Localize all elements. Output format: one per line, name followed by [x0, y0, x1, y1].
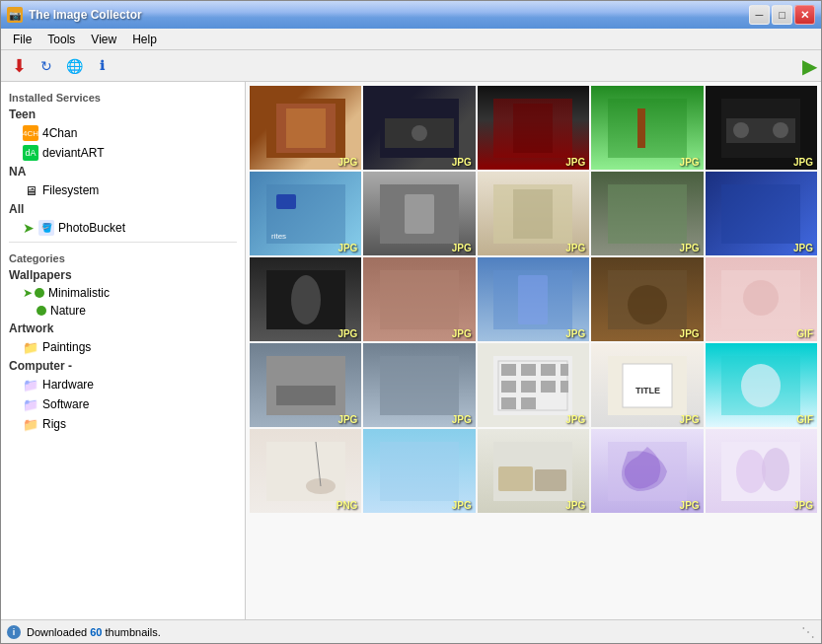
- list-item[interactable]: JPG: [591, 257, 703, 341]
- list-item[interactable]: JPG: [478, 172, 589, 255]
- installed-services-label: Installed Services: [1, 86, 245, 106]
- list-item[interactable]: JPG: [250, 343, 361, 427]
- sidebar-group-artwork: Artwork: [1, 320, 245, 337]
- status-message: Downloaded 60 thumbnails.: [27, 626, 161, 638]
- minimize-button[interactable]: ─: [749, 5, 770, 25]
- list-item[interactable]: JPG: [250, 86, 361, 170]
- list-item[interactable]: PNG: [250, 429, 361, 513]
- info-button[interactable]: ℹ: [89, 54, 114, 78]
- image-grid-container[interactable]: JPG JPG JPG: [246, 82, 821, 619]
- sidebar-group-teen: Teen: [1, 106, 245, 123]
- menu-help[interactable]: Help: [124, 31, 165, 48]
- list-item[interactable]: JPG: [250, 257, 361, 341]
- info-status-icon: i: [7, 625, 21, 639]
- list-item[interactable]: JPG: [591, 429, 703, 513]
- list-item[interactable]: JPG: [363, 429, 475, 513]
- list-item[interactable]: GIF: [706, 343, 817, 427]
- sidebar-group-wallpapers: Wallpapers: [1, 266, 245, 284]
- image-type-badge: JPG: [793, 243, 813, 253]
- maximize-button[interactable]: □: [772, 5, 792, 25]
- svg-point-12: [733, 122, 749, 138]
- list-item[interactable]: JPG: [706, 429, 817, 513]
- sidebar-group-na: NA: [1, 163, 245, 180]
- sidebar-item-paintings[interactable]: 📁 Paintings: [3, 337, 243, 357]
- list-item[interactable]: JPG: [363, 343, 475, 427]
- sidebar-item-minimalistic[interactable]: ➤ Minimalistic: [3, 284, 243, 302]
- list-item[interactable]: JPG: [478, 86, 589, 170]
- svg-rect-20: [513, 189, 553, 239]
- svg-rect-46: [521, 397, 536, 409]
- toolbar: ⬇ ↻ 🌐 ℹ ▶: [1, 50, 821, 82]
- image-type-badge: JPG: [565, 243, 585, 253]
- title-bar-buttons: ─ □ ✕: [749, 5, 815, 25]
- title-bar: 📷 The Image Collector ─ □ ✕: [1, 1, 821, 29]
- sidebar-item-rigs[interactable]: 📁 Rigs: [3, 414, 243, 434]
- svg-rect-25: [380, 270, 459, 329]
- close-button[interactable]: ✕: [794, 5, 815, 25]
- list-item[interactable]: JPG: [478, 343, 589, 427]
- sidebar-item-filesystem[interactable]: 🖥 Filesystem: [3, 180, 243, 200]
- image-type-badge: GIF: [796, 414, 813, 425]
- menu-tools[interactable]: Tools: [39, 31, 83, 48]
- svg-text:rites: rites: [271, 232, 286, 241]
- svg-rect-33: [276, 386, 336, 405]
- list-item[interactable]: JPG: [478, 429, 589, 513]
- svg-point-62: [762, 448, 789, 491]
- list-item[interactable]: JPG: [478, 257, 589, 341]
- window-title: The Image Collector: [29, 8, 749, 22]
- svg-rect-21: [608, 184, 687, 244]
- sidebar-item-label: Minimalistic: [48, 286, 110, 300]
- sidebar-item-label: Paintings: [42, 340, 91, 354]
- sidebar-item-nature[interactable]: Nature: [3, 302, 243, 320]
- resize-handle[interactable]: ⋱: [801, 624, 815, 640]
- image-type-badge: JPG: [680, 157, 700, 168]
- green-arrow-button[interactable]: ▶: [802, 54, 817, 78]
- image-type-badge: JPG: [337, 243, 357, 253]
- svg-rect-8: [608, 99, 687, 158]
- image-type-badge: JPG: [565, 414, 585, 425]
- svg-point-5: [411, 125, 427, 141]
- menu-view[interactable]: View: [83, 31, 124, 48]
- svg-rect-41: [501, 381, 516, 393]
- svg-point-51: [741, 364, 781, 407]
- web-button[interactable]: 🌐: [61, 54, 87, 78]
- image-type-badge: JPG: [680, 328, 700, 339]
- list-item[interactable]: JPG: [363, 172, 475, 255]
- svg-rect-2: [286, 108, 326, 148]
- image-type-badge: JPG: [452, 157, 472, 168]
- svg-rect-39: [541, 364, 556, 376]
- sidebar-item-photobucket[interactable]: ➤ 🪣 PhotoBucket: [3, 218, 243, 238]
- image-type-badge: JPG: [680, 243, 700, 253]
- folder-blue-icon: 📁: [23, 377, 38, 393]
- menu-bar: File Tools View Help: [1, 29, 821, 50]
- list-item[interactable]: JPG: [591, 86, 703, 170]
- refresh-button[interactable]: ↻: [34, 54, 59, 78]
- sidebar-group-computer: Computer -: [1, 357, 245, 375]
- list-item[interactable]: JPG: [591, 172, 703, 255]
- list-item[interactable]: JPG: [706, 86, 817, 170]
- list-item[interactable]: rites JPG: [250, 172, 361, 255]
- svg-rect-42: [521, 381, 536, 393]
- svg-rect-55: [380, 442, 459, 501]
- svg-rect-52: [266, 442, 345, 501]
- sidebar-item-4chan[interactable]: 4CH 4Chan: [3, 123, 243, 143]
- svg-rect-57: [498, 466, 533, 491]
- stop-button[interactable]: ⬇: [6, 54, 32, 78]
- list-item[interactable]: JPG: [363, 257, 475, 341]
- list-item[interactable]: GIF: [706, 257, 817, 341]
- sidebar-item-deviantart[interactable]: dA deviantART: [3, 143, 243, 163]
- svg-rect-58: [535, 469, 566, 491]
- image-type-badge: JPG: [793, 157, 813, 168]
- menu-file[interactable]: File: [5, 31, 39, 48]
- folder-yellow-icon: 📁: [23, 339, 38, 355]
- svg-rect-45: [501, 397, 516, 409]
- content-area: Installed Services Teen 4CH 4Chan dA dev…: [1, 82, 821, 619]
- list-item[interactable]: JPG: [706, 172, 817, 255]
- list-item[interactable]: TITLE JPG: [591, 343, 703, 427]
- svg-point-61: [736, 450, 766, 493]
- sidebar-item-software[interactable]: 📁 Software: [3, 394, 243, 414]
- list-item[interactable]: JPG: [363, 86, 475, 170]
- sidebar-group-all: All: [1, 200, 245, 218]
- sidebar-item-hardware[interactable]: 📁 Hardware: [3, 375, 243, 394]
- filesystem-icon: 🖥: [23, 182, 38, 198]
